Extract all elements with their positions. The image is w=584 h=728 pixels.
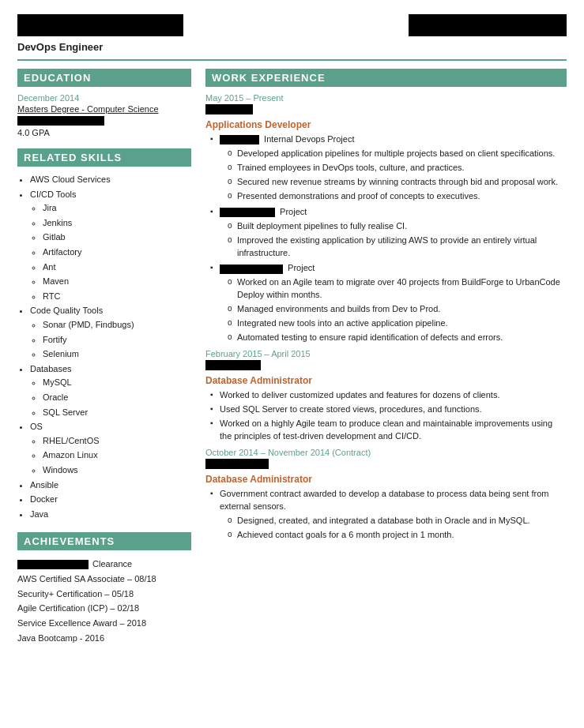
work-experience-section: WORK EXPERIENCE May 2015 – Present Appli… bbox=[205, 69, 567, 542]
list-item: OS RHEL/CentOS Amazon Linux Windows bbox=[30, 420, 191, 477]
project-2-bullets: Project Built deployment pipelines to fu… bbox=[205, 206, 567, 260]
job-3-subbullets: Designed, created, and integrated a data… bbox=[220, 515, 567, 542]
edu-date: December 2014 bbox=[17, 93, 191, 103]
skills-sublist: RHEL/CentOS Amazon Linux Windows bbox=[30, 434, 191, 478]
job-3-title: Database Administrator bbox=[205, 474, 567, 485]
achievement-item: Clearance bbox=[17, 557, 191, 572]
list-item: Designed, created, and integrated a data… bbox=[228, 515, 567, 527]
project-1-bullets: Internal Devops Project Developed applic… bbox=[205, 133, 567, 203]
list-item: Project Worked on an Agile team to migra… bbox=[210, 262, 567, 344]
ach-redacted bbox=[17, 560, 89, 569]
list-item: AWS Cloud Services bbox=[30, 173, 191, 187]
list-item: Achieved contact goals for a 6 month pro… bbox=[228, 529, 567, 542]
achievement-item: Security+ Certification – 05/18 bbox=[17, 587, 191, 602]
main-content: EDUCATION December 2014 Masters Degree -… bbox=[17, 69, 567, 656]
list-item: Built deployment pipelines to fully real… bbox=[228, 220, 567, 233]
list-item: Project Built deployment pipelines to fu… bbox=[210, 206, 567, 260]
list-item: Ant bbox=[43, 261, 191, 275]
edu-degree: Masters Degree - Computer Science bbox=[17, 104, 191, 114]
work-experience-header: WORK EXPERIENCE bbox=[205, 69, 567, 87]
list-item: Automated testing to ensure rapid identi… bbox=[228, 332, 567, 344]
list-item: MySQL bbox=[43, 376, 191, 390]
job-3: October 2014 – November 2014 (Contract) … bbox=[205, 448, 567, 542]
skills-sublist: Sonar (PMD, Findbugs) Fortify Selenium bbox=[30, 318, 191, 362]
job-3-bullets: Government contract awarded to develop a… bbox=[205, 488, 567, 542]
list-item: Code Quality Tools Sonar (PMD, Findbugs)… bbox=[30, 304, 191, 361]
achievements-section: ACHIEVEMENTS Clearance AWS Certified SA … bbox=[17, 532, 191, 645]
list-item: Integrated new tools into an active appl… bbox=[228, 317, 567, 330]
skills-sublist: Jira Jenkins Gitlab Artifactory Ant Mave… bbox=[30, 201, 191, 303]
project-2-subbullets: Built deployment pipelines to fully real… bbox=[220, 220, 567, 260]
list-item: Java bbox=[30, 508, 191, 522]
list-item: Jenkins bbox=[43, 216, 191, 231]
skills-list: AWS Cloud Services CI/CD Tools Jira Jenk… bbox=[17, 173, 191, 521]
list-item: Presented demonstrations and proof of co… bbox=[228, 190, 567, 203]
list-item: Worked on an Agile team to migrate over … bbox=[228, 276, 567, 302]
list-item: Government contract awarded to develop a… bbox=[210, 488, 567, 542]
job-3-date: October 2014 – November 2014 (Contract) bbox=[205, 448, 567, 457]
project-3-bullets: Project Worked on an Agile team to migra… bbox=[205, 262, 567, 344]
job-1-date: May 2015 – Present bbox=[205, 93, 567, 103]
list-item: Gitlab bbox=[43, 231, 191, 245]
list-item: Databases MySQL Oracle SQL Server bbox=[30, 362, 191, 419]
name-redacted bbox=[17, 14, 183, 36]
edu-gpa: 4.0 GPA bbox=[17, 128, 191, 137]
achievement-item: Agile Certification (ICP) – 02/18 bbox=[17, 601, 191, 616]
proj-2-redacted bbox=[220, 208, 275, 217]
skills-section: RELATED SKILLS AWS Cloud Services CI/CD … bbox=[17, 148, 191, 521]
name-block: DevOps Engineer bbox=[17, 14, 409, 53]
list-item: Worked on a highly Agile team to produce… bbox=[210, 418, 567, 443]
job-2: February 2015 – April 2015 Database Admi… bbox=[205, 349, 567, 443]
list-item: Used SQL Server to create stored views, … bbox=[210, 403, 567, 416]
job-2-bullets: Worked to deliver customized updates and… bbox=[205, 389, 567, 443]
list-item: Oracle bbox=[43, 391, 191, 405]
job-1: May 2015 – Present Applications Develope… bbox=[205, 93, 567, 344]
contact-redacted bbox=[409, 14, 567, 36]
project-3-subbullets: Worked on an Agile team to migrate over … bbox=[220, 276, 567, 344]
list-item: RTC bbox=[43, 290, 191, 304]
proj-3-redacted bbox=[220, 265, 283, 274]
list-item: Maven bbox=[43, 275, 191, 289]
achievements-header: ACHIEVEMENTS bbox=[17, 532, 191, 550]
job-1-title: Applications Developer bbox=[205, 119, 567, 130]
list-item: Developed application pipelines for mult… bbox=[228, 148, 567, 160]
list-item: Selenium bbox=[43, 347, 191, 362]
education-header: EDUCATION bbox=[17, 69, 191, 87]
list-item: Internal Devops Project Developed applic… bbox=[210, 133, 567, 203]
list-item: Worked to deliver customized updates and… bbox=[210, 389, 567, 402]
left-column: EDUCATION December 2014 Masters Degree -… bbox=[17, 69, 191, 656]
job-1-company-redacted bbox=[205, 104, 253, 114]
list-item: Managed environments and builds from Dev… bbox=[228, 303, 567, 316]
education-section: EDUCATION December 2014 Masters Degree -… bbox=[17, 69, 191, 137]
list-item: Artifactory bbox=[43, 246, 191, 260]
project-1-subbullets: Developed application pipelines for mult… bbox=[220, 148, 567, 203]
achievement-item: Java Bootcamp - 2016 bbox=[17, 631, 191, 646]
list-item: Windows bbox=[43, 463, 191, 478]
list-item: CI/CD Tools Jira Jenkins Gitlab Artifact… bbox=[30, 188, 191, 304]
list-item: Docker bbox=[30, 493, 191, 507]
list-item: Sonar (PMD, Findbugs) bbox=[43, 318, 191, 332]
header: DevOps Engineer bbox=[17, 14, 567, 53]
list-item: SQL Server bbox=[43, 406, 191, 420]
achievements-list: Clearance AWS Certified SA Associate – 0… bbox=[17, 557, 191, 645]
contact-block bbox=[409, 14, 567, 36]
header-title: DevOps Engineer bbox=[17, 41, 409, 53]
job-2-date: February 2015 – April 2015 bbox=[205, 349, 567, 358]
achievement-item: AWS Certified SA Associate – 08/18 bbox=[17, 572, 191, 587]
list-item: Fortify bbox=[43, 333, 191, 347]
proj-1-redacted bbox=[220, 135, 259, 144]
right-column: WORK EXPERIENCE May 2015 – Present Appli… bbox=[205, 69, 567, 656]
header-divider bbox=[17, 59, 567, 61]
job-2-title: Database Administrator bbox=[205, 375, 567, 386]
list-item: Jira bbox=[43, 201, 191, 216]
list-item: Ansible bbox=[30, 478, 191, 493]
skills-header: RELATED SKILLS bbox=[17, 148, 191, 167]
job-2-company-redacted bbox=[205, 360, 261, 370]
job-3-company-redacted bbox=[205, 459, 269, 469]
skills-sublist: MySQL Oracle SQL Server bbox=[30, 376, 191, 419]
list-item: Improved the existing application by uti… bbox=[228, 235, 567, 260]
achievement-item: Service Excellence Award – 2018 bbox=[17, 616, 191, 631]
list-item: Amazon Linux bbox=[43, 448, 191, 463]
list-item: Secured new revenue streams by winning c… bbox=[228, 176, 567, 189]
list-item: Trained employees in DevOps tools, cultu… bbox=[228, 162, 567, 174]
